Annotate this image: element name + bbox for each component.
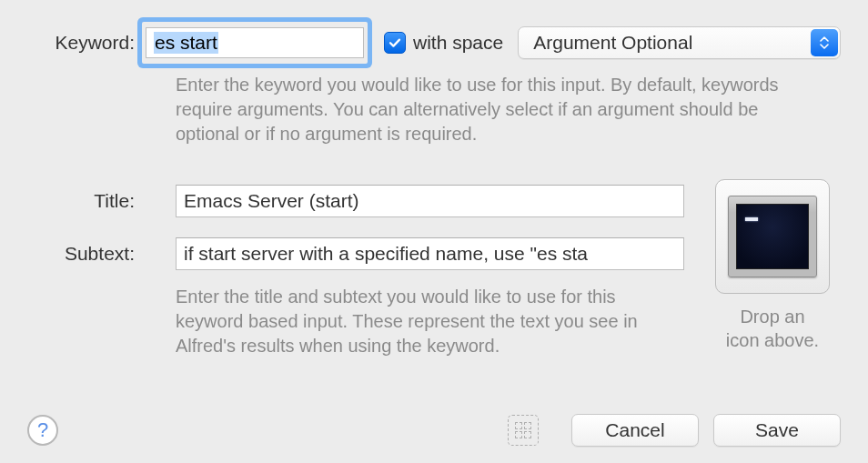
keyword-row: Keyword: es start with space Argument Op… (27, 25, 841, 60)
icon-drop-caption: Drop an icon above. (726, 305, 819, 352)
argument-select-value: Argument Optional (533, 32, 692, 54)
icon-column: Drop an icon above. (704, 185, 841, 352)
title-input[interactable] (176, 185, 684, 217)
keyword-label: Keyword: (27, 32, 146, 54)
middle-block: Title: Subtext: Enter the title and subt… (27, 185, 841, 358)
keyword-input-wrap: es start (146, 25, 364, 60)
cancel-button[interactable]: Cancel (571, 414, 699, 447)
save-button[interactable]: Save (713, 414, 841, 447)
keyword-input[interactable]: es start (146, 27, 364, 58)
subtext-row: Subtext: (27, 237, 684, 270)
icon-drop-well[interactable] (715, 179, 830, 294)
title-subtext-help-text: Enter the title and subtext you would li… (146, 285, 684, 358)
with-space-label: with space (413, 32, 503, 54)
middle-left: Title: Subtext: Enter the title and subt… (27, 185, 684, 358)
check-icon (388, 35, 402, 50)
with-space-checkbox[interactable] (384, 32, 406, 54)
subtext-input[interactable] (176, 237, 684, 270)
subtext-label: Subtext: (27, 243, 146, 265)
title-row: Title: (27, 185, 684, 217)
title-label: Title: (27, 190, 146, 212)
keyword-help-text: Enter the keyword you would like to use … (146, 73, 819, 146)
footer: ? Cancel Save (27, 414, 841, 447)
select-stepper-icon (811, 29, 838, 56)
argument-select[interactable]: Argument Optional (518, 26, 841, 59)
keyword-value: es start (154, 32, 218, 54)
layout-grid-button[interactable] (508, 415, 539, 446)
help-button[interactable]: ? (27, 415, 58, 446)
grid-icon (515, 422, 531, 438)
terminal-icon-screen (736, 204, 809, 269)
terminal-icon (728, 196, 817, 277)
